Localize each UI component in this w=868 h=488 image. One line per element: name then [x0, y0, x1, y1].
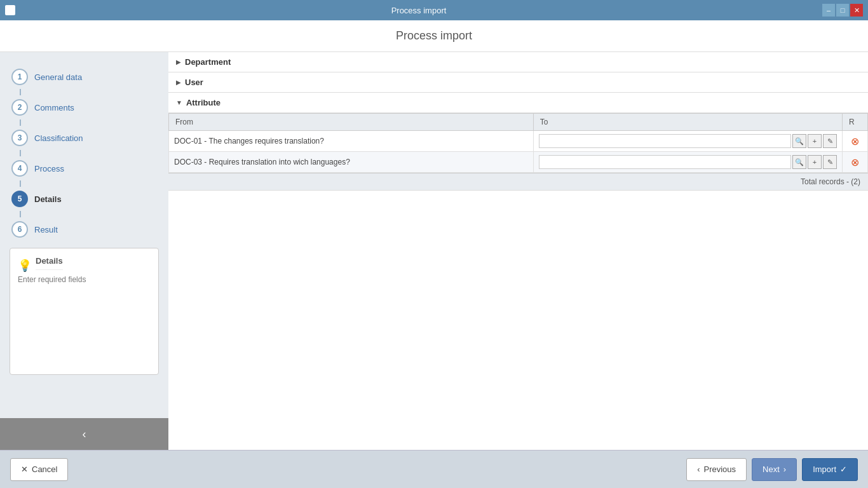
step-connector-4: [20, 180, 21, 187]
row1-from: DOC-01 - The changes requires translatio…: [169, 131, 534, 152]
table-row: DOC-03 - Requires translation into wich …: [169, 152, 868, 173]
step-circle-4: 4: [11, 160, 28, 177]
sidebar-nav-bottom: ‹: [0, 418, 168, 450]
previous-button[interactable]: ‹ Previous: [686, 458, 747, 481]
row2-remove-button[interactable]: ⊗: [848, 155, 862, 169]
row1-search-button[interactable]: 🔍: [792, 134, 806, 148]
dialog-body: 1 General data 2 Comments 3 Classificati…: [0, 52, 868, 450]
col-header-from: From: [169, 114, 534, 131]
hint-icon: 💡: [18, 259, 32, 273]
row1-to-input[interactable]: [539, 134, 791, 148]
close-button[interactable]: ✕: [850, 4, 863, 17]
user-title: User: [185, 78, 203, 87]
section-department[interactable]: ▶ Department: [168, 52, 868, 72]
prev-icon: ‹: [697, 464, 700, 474]
row1-r: ⊗: [843, 131, 868, 152]
hint-header: 💡 Details: [18, 256, 151, 275]
cancel-button[interactable]: ✕ Cancel: [10, 458, 68, 481]
step-circle-5: 5: [11, 191, 28, 207]
sidebar-item-comments[interactable]: 2 Comments: [6, 95, 162, 119]
row1-remove-button[interactable]: ⊗: [848, 134, 862, 148]
dialog-header-title: Process import: [396, 29, 472, 43]
step-label-4: Process: [34, 164, 64, 173]
department-arrow-icon: ▶: [176, 58, 181, 65]
step-label-3: Classification: [34, 133, 83, 143]
maximize-button[interactable]: □: [836, 4, 849, 17]
department-title: Department: [185, 57, 231, 67]
step-connector-1: [20, 89, 21, 95]
import-icon: ✓: [840, 464, 847, 474]
step-label-1: General data: [34, 72, 82, 82]
table-row: DOC-01 - The changes requires translatio…: [169, 131, 868, 152]
attribute-title: Attribute: [186, 98, 220, 107]
attribute-arrow-icon: ▼: [176, 99, 182, 106]
row2-edit-button[interactable]: ✎: [823, 155, 837, 169]
step-circle-1: 1: [11, 69, 28, 85]
attribute-section-header[interactable]: ▼ Attribute: [168, 93, 868, 113]
sidebar-item-process[interactable]: 4 Process: [6, 156, 162, 180]
next-label: Next: [763, 464, 780, 474]
row1-add-button[interactable]: +: [808, 134, 822, 148]
row2-to-input[interactable]: [539, 155, 791, 169]
hint-box: 💡 Details Enter required fields: [10, 248, 159, 375]
step-circle-3: 3: [11, 130, 28, 146]
section-attribute: ▼ Attribute From To R DOC-01 - The chang…: [168, 93, 868, 191]
row2-search-button[interactable]: 🔍: [792, 155, 806, 169]
next-icon: ›: [783, 464, 786, 474]
row2-add-button[interactable]: +: [808, 155, 822, 169]
title-bar-controls: – □ ✕: [822, 4, 863, 17]
hint-box-title: Details: [36, 256, 63, 270]
step-connector-5: [20, 211, 21, 217]
total-records: Total records - (2): [168, 173, 868, 190]
step-label-6: Result: [34, 225, 58, 234]
title-bar: Process import – □ ✕: [0, 0, 868, 20]
sidebar-item-classification[interactable]: 3 Classification: [6, 126, 162, 150]
sidebar: 1 General data 2 Comments 3 Classificati…: [0, 52, 168, 418]
attribute-table: From To R DOC-01 - The changes requires …: [168, 113, 868, 173]
col-header-r: R: [843, 114, 868, 131]
row1-to: 🔍 + ✎: [533, 131, 842, 152]
sidebar-item-general-data[interactable]: 1 General data: [6, 65, 162, 89]
step-circle-2: 2: [11, 99, 28, 116]
import-label: Import: [813, 464, 836, 474]
step-connector-3: [20, 150, 21, 156]
cancel-label: Cancel: [32, 464, 57, 474]
sidebar-wrapper: 1 General data 2 Comments 3 Classificati…: [0, 52, 168, 450]
prev-label: Previous: [704, 464, 736, 474]
footer-left: ✕ Cancel: [10, 458, 68, 481]
title-bar-left: [5, 5, 15, 15]
sidebar-collapse-button[interactable]: ‹: [83, 428, 86, 441]
import-button[interactable]: Import ✓: [802, 458, 858, 481]
step-label-2: Comments: [34, 103, 74, 112]
app-icon: [5, 5, 15, 15]
row2-r: ⊗: [843, 152, 868, 173]
cancel-icon: ✕: [21, 464, 28, 474]
dialog-footer: ✕ Cancel ‹ Previous Next › Import ✓: [0, 450, 868, 488]
user-arrow-icon: ▶: [176, 79, 181, 86]
next-button[interactable]: Next ›: [752, 458, 797, 481]
step-circle-6: 6: [11, 221, 28, 238]
sidebar-item-result[interactable]: 6 Result: [6, 217, 162, 241]
footer-right: ‹ Previous Next › Import ✓: [686, 458, 858, 481]
content-area: ▶ Department ▶ User ▼ Attribute From To: [168, 52, 868, 450]
row1-edit-button[interactable]: ✎: [823, 134, 837, 148]
dialog-header: Process import: [0, 20, 868, 52]
section-user[interactable]: ▶ User: [168, 72, 868, 93]
attribute-table-container: From To R DOC-01 - The changes requires …: [168, 113, 868, 190]
step-connector-2: [20, 119, 21, 126]
sidebar-item-details[interactable]: 5 Details: [6, 187, 162, 211]
row2-from: DOC-03 - Requires translation into wich …: [169, 152, 534, 173]
title-bar-title: Process import: [15, 6, 822, 15]
row2-to: 🔍 + ✎: [533, 152, 842, 173]
row1-to-input-wrapper: 🔍 + ✎: [539, 134, 837, 148]
step-label-5: Details: [34, 194, 62, 204]
hint-box-body: Enter required fields: [18, 275, 151, 284]
col-header-to: To: [533, 114, 842, 131]
minimize-button[interactable]: –: [822, 4, 835, 17]
row2-to-input-wrapper: 🔍 + ✎: [539, 155, 837, 169]
